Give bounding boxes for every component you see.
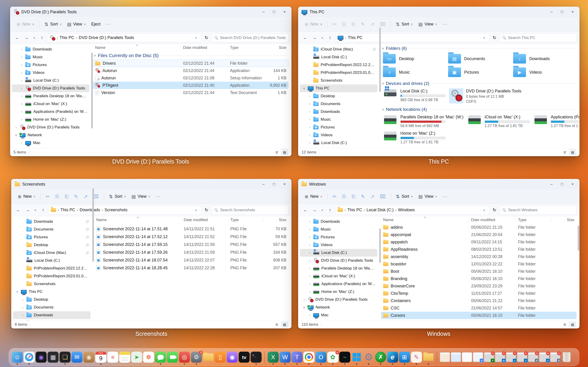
sidebar-item-local-disk-c[interactable]: › Local Disk (C:) [12, 77, 89, 84]
terminal-icon[interactable]: >_ [251, 352, 262, 363]
sidebar-item-prlreport-2023[interactable]: PrlProblemReport-2023.01.09-09.30.00.178 [13, 272, 90, 280]
sidebar-item-this-pc[interactable]: ∨ This PC [300, 84, 377, 92]
sidebar-item-this-pc[interactable]: ∨ This PC [13, 288, 90, 296]
file-row-screenshot-1[interactable]: Screenshot 2022-11-14 at 17.51.48 14/11/… [94, 225, 288, 233]
copy-button[interactable]: ⎘ [339, 20, 348, 28]
sidebar-item-icloud-x[interactable]: › iCloud on 'Mac' (X:) [300, 272, 377, 280]
word-icon[interactable]: W [279, 352, 291, 363]
maximize-button[interactable]: □ [557, 180, 567, 188]
sidebar-item-applications-y[interactable]: › Applications (Parallels) on 'Mac' (Y:) [12, 108, 89, 116]
file-row-screenshot-4[interactable]: Screenshot 2022-11-14 at 17.59.26 14/11/… [94, 248, 288, 256]
minimize-button[interactable]: – [546, 8, 557, 16]
drive-tile-dvd-d[interactable]: DVD Drive (D:) Parallels Tools 0 bytes f… [448, 87, 522, 105]
home-folder-icon[interactable] [203, 352, 214, 363]
close-button[interactable]: × [279, 8, 290, 16]
sidebar-item-desktop[interactable]: › Desktop [300, 92, 377, 100]
minimized-window-edge-2[interactable]: e × [517, 352, 527, 362]
minimize-button[interactable]: – [258, 8, 269, 16]
rename-button[interactable]: ✎ [358, 20, 367, 28]
view-button[interactable]: ▤ View ∨ [65, 20, 88, 28]
share-button[interactable]: ↗ [368, 20, 377, 28]
reminders-icon[interactable]: ≡ [107, 352, 118, 363]
file-row-screenshot-2[interactable]: Screenshot 2022-11-14 at 17.52.12 14/11/… [94, 233, 288, 241]
column-header-type[interactable]: Type [516, 216, 551, 224]
back-button[interactable]: ← [301, 206, 309, 214]
column-header-name[interactable]: ∧ Name [381, 216, 469, 224]
column-header-size[interactable]: Size [551, 216, 577, 224]
folder-tile-desktop[interactable]: Desktop [382, 52, 445, 65]
sidebar-item-prlreport-2022[interactable]: PrlProblemReport-2022.12.22-12.00.22.159 [300, 61, 377, 69]
up-button[interactable]: ↑ [38, 34, 46, 42]
file-row-screenshot-3[interactable]: Screenshot 2022-11-14 at 17.59.15 14/11/… [94, 241, 288, 248]
close-button[interactable]: × [567, 180, 578, 188]
window-label-dvd-drive[interactable]: DVD Drive (D:) Parallels Tools [112, 158, 189, 165]
sidebar-item-pictures[interactable]: › Pictures [300, 233, 377, 241]
safari-icon[interactable] [24, 352, 35, 363]
file-row-cbstemp[interactable]: CbsTemp 11/01/2023 17:27 File folder [381, 290, 577, 297]
sidebar-item-prlreport-2023[interactable]: PrlProblemReport-2023.01.09-09.30.00.178 [300, 69, 377, 77]
address-bar[interactable]: This PC DVD Drive (D:) Parallels Tools ∨ [47, 33, 201, 42]
minimized-window-edge-1[interactable]: e × [506, 352, 516, 362]
column-header-date-modified[interactable]: Date modified [469, 216, 516, 224]
window-label-this-pc[interactable]: This PC [429, 158, 449, 165]
sidebar-item-desktop[interactable]: › Desktop [13, 296, 90, 303]
system-settings-icon[interactable]: ⚙ 3 [191, 352, 202, 363]
up-button[interactable]: ↑ [326, 206, 334, 214]
folder-tile-documents[interactable]: Documents [447, 52, 510, 65]
edge-icon[interactable]: e [387, 352, 398, 363]
sidebar-item-home-z[interactable]: › Home on 'Mac' (Z:) [12, 116, 89, 123]
sidebar-item-mac[interactable]: › Mac [300, 311, 377, 319]
search-input[interactable] [508, 35, 573, 40]
paint-icon[interactable]: ✎ [411, 352, 422, 363]
paste-button[interactable]: ⎗ [62, 192, 71, 201]
group-header[interactable]: ∨ Files Currently on the Disc (5) [92, 51, 289, 60]
rename-button[interactable]: ✎ [71, 192, 81, 201]
more-options-button[interactable]: ⋯ [103, 20, 113, 28]
back-button[interactable]: ← [301, 34, 309, 42]
minimized-window-edge-3[interactable]: e × [539, 352, 549, 362]
sidebar-item-network[interactable]: ∨ Network [12, 131, 89, 139]
siri-icon[interactable]: ◉ [36, 352, 47, 363]
toolbar-separator[interactable] [391, 21, 391, 28]
sidebar-item-documents[interactable]: › Documents [13, 303, 90, 311]
sidebar-item-documents-pin[interactable]: Documents [13, 225, 90, 233]
dock-separator[interactable] [437, 351, 437, 363]
details-view-button[interactable]: ≣ [561, 322, 568, 327]
maps-icon[interactable]: ➤ [131, 352, 142, 363]
trash-icon[interactable] [561, 352, 572, 363]
search-input[interactable] [220, 35, 285, 40]
sidebar-item-music[interactable]: › Music [12, 53, 89, 61]
sidebar-item-desktop-pin[interactable]: Desktop [13, 241, 90, 249]
title-bar[interactable]: Screenshots – □ × [11, 179, 291, 189]
drive-tile-parallels-w[interactable]: Parallels Desktop 18 on 'Mac' (W:) 56.9 … [382, 113, 464, 129]
minimized-window-store[interactable]: ⊞ × [495, 352, 505, 362]
copy-button[interactable]: ⎘ [52, 192, 61, 201]
sidebar-item-network[interactable]: ∨ Network [300, 303, 377, 311]
books-icon[interactable]: ▯ [215, 352, 226, 363]
facetime-icon[interactable] [167, 352, 178, 363]
forward-button[interactable]: → [310, 206, 319, 214]
paste-button[interactable]: ⎗ [349, 20, 358, 28]
large-icons-view-button[interactable]: ▦ [281, 149, 288, 155]
sidebar-item-dvd-drive-d[interactable]: › DVD Drive (D:) Parallels Tools [12, 84, 89, 92]
search-input[interactable] [220, 208, 285, 212]
new-button[interactable]: ⊕ New ∨ [302, 20, 325, 28]
toolbar-separator[interactable] [104, 193, 104, 200]
file-row-boot[interactable]: Boot 05/06/2021 16:10 File folder [381, 268, 577, 275]
folder-tile-videos[interactable]: Videos [512, 66, 576, 79]
sidebar-item-screenshots[interactable]: Screenshots [300, 77, 377, 84]
drive-tile-home-z[interactable]: Home on 'Mac' (Z:) 1.27 TB free of 1.81 … [382, 130, 464, 145]
sidebar-item-pictures[interactable]: › Pictures [300, 123, 377, 131]
outlook-icon[interactable]: O [315, 352, 326, 363]
sidebar-item-downloads[interactable]: › Downloads [13, 311, 90, 319]
share-button[interactable]: ↗ [81, 192, 90, 201]
sidebar-item-local-disk-c[interactable]: Local Disk (C:) [300, 53, 377, 61]
file-row-csc[interactable]: CSC 21/06/2022 14:57 File folder [381, 304, 577, 312]
file-row-screenshot-5[interactable]: Screenshot 2022-11-14 at 18.07.54 14/11/… [94, 256, 288, 264]
search-input[interactable] [508, 208, 573, 212]
sidebar-item-icloud-drive[interactable]: iCloud Drive (Mac) [13, 249, 90, 257]
file-row-autorun-exe[interactable]: Autorun 02/12/2022 21:44 Application 144… [93, 67, 288, 74]
sidebar-item-music[interactable]: › Music [300, 225, 377, 233]
column-header-type[interactable]: Type [228, 44, 263, 51]
podcasts-icon[interactable]: ◉ [227, 352, 238, 363]
